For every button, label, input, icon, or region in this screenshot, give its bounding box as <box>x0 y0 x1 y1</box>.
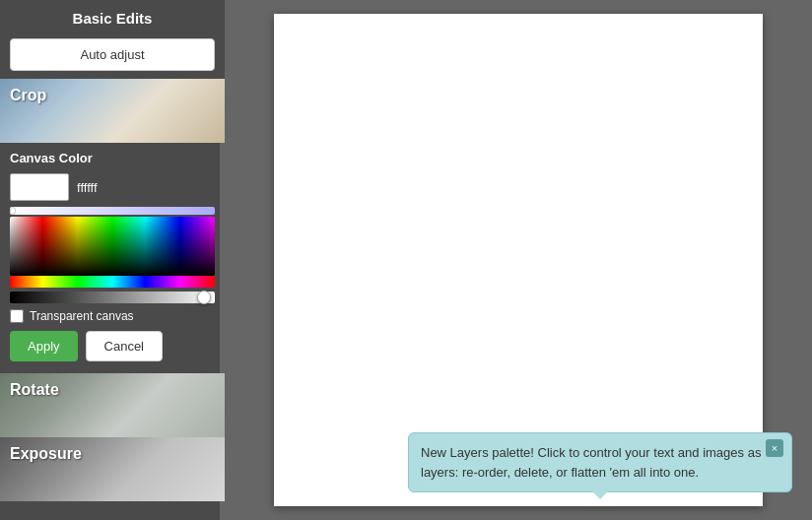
sidebar: Basic Edits Auto adjust Crop Canvas Colo… <box>0 0 225 520</box>
saturation-slider[interactable] <box>10 207 215 215</box>
apply-button[interactable]: Apply <box>10 331 78 361</box>
cancel-button[interactable]: Cancel <box>86 331 163 361</box>
sidebar-scroll-area: Crop Canvas Color ffffff <box>0 79 225 520</box>
brightness-thumb <box>197 291 211 304</box>
crop-tool-section[interactable]: Crop <box>0 79 225 143</box>
color-picker-container <box>10 207 215 303</box>
auto-adjust-button[interactable]: Auto adjust <box>10 38 215 71</box>
exposure-label: Exposure <box>10 443 82 463</box>
transparent-canvas-checkbox[interactable] <box>10 309 24 323</box>
color-input-row: ffffff <box>10 173 215 201</box>
main-canvas-area: New Layers palette! Click to control you… <box>225 0 812 520</box>
transparent-canvas-row: Transparent canvas <box>10 309 215 323</box>
canvas-color-section: Canvas Color ffffff <box>0 143 225 373</box>
hex-value-display: ffffff <box>77 180 98 195</box>
tooltip-text: New Layers palette! Click to control you… <box>421 445 761 480</box>
crop-label: Crop <box>10 85 46 104</box>
tooltip-close-button[interactable]: × <box>766 439 783 457</box>
action-buttons: Apply Cancel <box>10 331 215 361</box>
canvas-color-title: Canvas Color <box>10 151 215 165</box>
brightness-slider[interactable] <box>10 292 215 303</box>
rotate-tool-section[interactable]: Rotate <box>0 373 225 437</box>
transparent-canvas-label[interactable]: Transparent canvas <box>30 309 134 323</box>
rotate-label: Rotate <box>10 379 59 399</box>
saturation-thumb <box>10 207 16 215</box>
exposure-tool-section[interactable]: Exposure <box>0 437 225 501</box>
sidebar-title: Basic Edits <box>0 0 225 34</box>
layers-tooltip: New Layers palette! Click to control you… <box>408 432 792 492</box>
color-preview-box[interactable] <box>10 173 69 201</box>
hue-slider[interactable] <box>10 276 215 288</box>
color-gradient-box[interactable] <box>10 217 215 276</box>
